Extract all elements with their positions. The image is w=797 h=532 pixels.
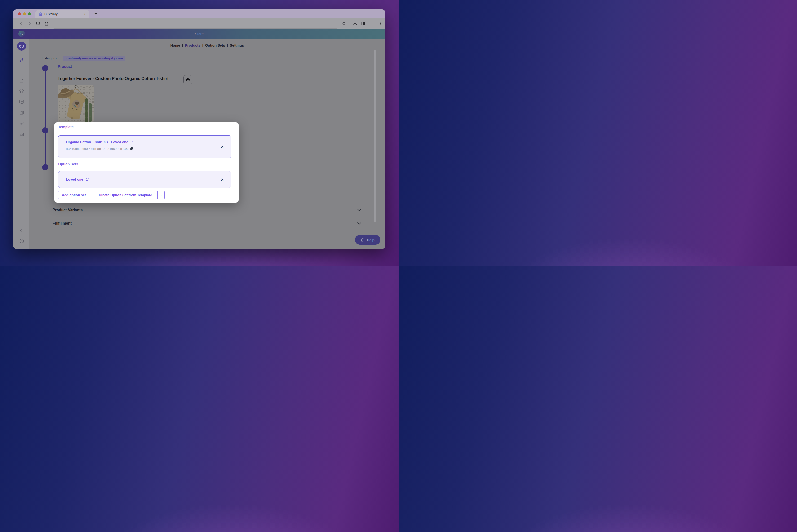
window-close-button[interactable] <box>18 12 21 15</box>
timeline-line <box>45 68 46 167</box>
help-button-label: Help <box>367 238 375 242</box>
store-header-bar: C Store <box>13 29 385 39</box>
template-link[interactable]: Organic Cotton T-shirt XS - Loved one <box>66 140 128 144</box>
nav-home[interactable]: Home <box>170 43 180 48</box>
nav-separator: | <box>202 43 203 48</box>
store-avatar[interactable]: CU <box>17 42 26 51</box>
customily-logo: C <box>18 31 25 37</box>
divider <box>53 230 361 230</box>
create-option-set-caret-button[interactable]: ▼ <box>157 191 165 199</box>
fulfillment-label: Fulfillment <box>53 221 72 226</box>
remove-template-button[interactable]: ✕ <box>221 145 224 149</box>
help-button[interactable]: Help <box>355 235 380 245</box>
eye-icon <box>185 77 190 82</box>
reload-icon[interactable] <box>36 21 40 26</box>
external-link-icon[interactable] <box>86 178 89 181</box>
template-id: d3419dc9-cf80-4b1d-ab19-e31a6992d136 <box>66 147 128 151</box>
copy-icon[interactable] <box>130 147 133 151</box>
preview-product-button[interactable] <box>184 75 192 84</box>
window-minimize-button[interactable] <box>23 12 26 15</box>
sidebar-products-icon[interactable] <box>19 89 24 94</box>
tab-title: Customily <box>44 13 83 16</box>
side-panel-icon[interactable] <box>361 21 366 26</box>
window-zoom-button[interactable] <box>28 12 31 15</box>
forward-icon[interactable] <box>27 21 32 26</box>
nav-products[interactable]: Products <box>185 43 201 48</box>
back-icon[interactable] <box>18 21 23 26</box>
fulfillment-accordion[interactable]: Fulfillment <box>53 220 361 227</box>
add-option-set-button[interactable]: Add option set <box>58 190 90 200</box>
option-set-card: Loved one ✕ <box>58 171 231 188</box>
timeline-dot-product <box>42 65 48 71</box>
listing-from-row: Listing from: customily-universe.myshopi… <box>42 55 126 61</box>
new-tab-button[interactable]: + <box>93 11 99 17</box>
sidebar-store-icon[interactable] <box>19 121 24 126</box>
product-image[interactable] <box>58 85 94 122</box>
chat-bubble-icon <box>361 238 365 242</box>
create-option-set-from-template-button[interactable]: Create Option Set from Template ▼ <box>93 190 165 200</box>
browser-toolbar: app.customily.com/store/podSelection/ <box>13 18 385 29</box>
nav-option-sets[interactable]: Option Sets <box>205 43 225 48</box>
template-heading: Template <box>58 125 74 129</box>
store-domain-badge[interactable]: customily-universe.myshopify.com <box>63 56 126 61</box>
chevron-down-icon <box>357 209 361 211</box>
sidebar-catalog-icon[interactable] <box>19 110 24 115</box>
divider <box>53 217 361 217</box>
timeline-dot-template <box>42 127 48 133</box>
tab-strip: C Customily ✕ + <box>13 10 385 18</box>
store-nav: Home | Products | Option Sets | Settings <box>29 42 385 48</box>
product-section-heading: Product <box>58 64 72 69</box>
external-link-icon[interactable] <box>130 140 134 144</box>
sidebar-designs-icon[interactable] <box>19 99 24 104</box>
browser-tab[interactable]: C Customily ✕ <box>36 10 89 18</box>
sidebar-help-icon[interactable] <box>19 238 24 244</box>
sidebar-logout-icon[interactable] <box>19 248 24 249</box>
app-sidebar: CU <box>13 39 29 249</box>
product-title: Together Forever - Custom Photo Organic … <box>58 76 169 81</box>
download-icon[interactable] <box>353 21 358 26</box>
nav-settings[interactable]: Settings <box>230 43 244 48</box>
remove-option-set-button[interactable]: ✕ <box>221 177 224 182</box>
sidebar-rocket-icon[interactable] <box>19 58 24 63</box>
bookmark-star-icon[interactable] <box>341 21 346 26</box>
chevron-down-icon <box>357 222 361 225</box>
sidebar-account-icon[interactable] <box>19 229 24 234</box>
page-viewport: C Store CU Home | Products | Option Sets… <box>13 29 385 249</box>
nav-separator: | <box>227 43 228 48</box>
product-variants-accordion[interactable]: Product Variants <box>53 207 361 214</box>
home-icon[interactable] <box>44 21 49 26</box>
timeline-dot-option-sets <box>42 164 48 170</box>
browser-window: C Customily ✕ + app.customily.com/store/… <box>13 10 385 249</box>
option-set-link[interactable]: Loved one <box>66 177 83 181</box>
product-variants-label: Product Variants <box>53 208 82 212</box>
tab-close-icon[interactable]: ✕ <box>83 13 86 16</box>
template-card: Organic Cotton T-shirt XS - Loved one d3… <box>58 135 231 158</box>
page-scrollbar[interactable] <box>374 50 376 223</box>
customily-favicon: C <box>39 12 42 16</box>
option-sets-heading: Option Sets <box>58 162 78 166</box>
sidebar-templates-icon[interactable] <box>19 78 24 83</box>
browser-menu-icon[interactable] <box>378 21 383 26</box>
store-title: Store <box>195 32 204 36</box>
listing-from-label: Listing from: <box>42 56 60 60</box>
sidebar-orders-icon[interactable] <box>19 131 24 137</box>
template-option-modal: Template Organic Cotton T-shirt XS - Lov… <box>54 122 239 203</box>
nav-separator: | <box>182 43 183 48</box>
